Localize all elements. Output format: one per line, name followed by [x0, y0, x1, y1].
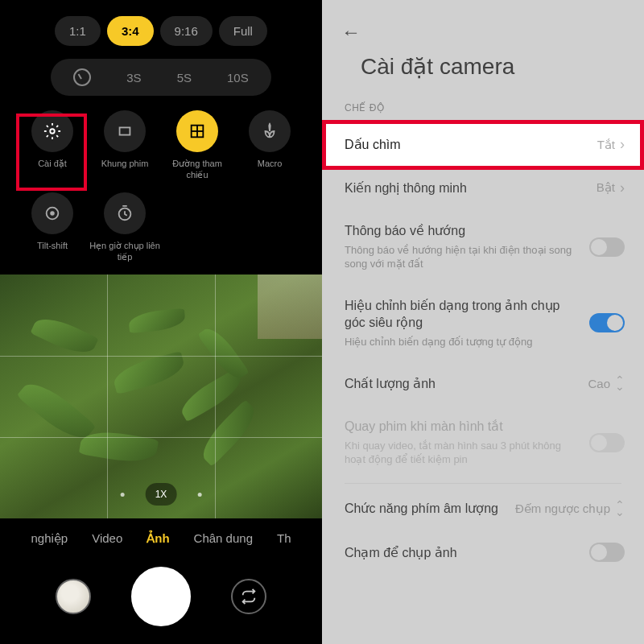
gallery-thumbnail[interactable]: [56, 579, 91, 614]
updown-icon: ⌃⌄: [615, 377, 625, 390]
shutter-button[interactable]: [131, 567, 191, 626]
camera-viewfinder[interactable]: 1X: [0, 275, 322, 518]
toggle-tap-shoot[interactable]: [589, 543, 625, 562]
toggle-screen-off: [589, 433, 625, 452]
option-macro[interactable]: Macro: [233, 110, 306, 181]
zoom-controls[interactable]: 1X: [121, 483, 202, 506]
ratio-1-1[interactable]: 1:1: [55, 16, 101, 46]
ratio-full[interactable]: Full: [219, 16, 267, 46]
settings-title: Cài đặt camera: [322, 48, 644, 99]
mode-more[interactable]: Th: [277, 531, 291, 546]
camera-options-grid: Cài đặt Khung phim Đường tham chiếu Macr…: [0, 110, 322, 275]
mode-portrait[interactable]: Chân dung: [194, 531, 253, 546]
setting-smart-suggestion[interactable]: Kiến nghị thông minh Bật›: [322, 167, 644, 210]
toggle-ultrawide[interactable]: [589, 313, 625, 332]
chevron-right-icon: ›: [620, 136, 625, 153]
updown-icon: ⌃⌄: [615, 502, 625, 515]
option-settings[interactable]: Cài đặt: [16, 110, 89, 181]
option-interval[interactable]: Hẹn giờ chụp liên tiếp: [89, 192, 161, 263]
ratio-3-4[interactable]: 3:4: [107, 16, 154, 46]
chevron-right-icon: ›: [620, 180, 625, 196]
svg-rect-1: [120, 127, 130, 134]
camera-mode-row[interactable]: nghiệp Video Ảnh Chân dung Th: [0, 518, 322, 557]
macro-icon: [261, 122, 279, 140]
ratio-9-16[interactable]: 9:16: [160, 16, 213, 46]
shutter-row: [0, 557, 322, 644]
interval-timer-icon: [116, 204, 134, 222]
option-tiltshift[interactable]: Tilt-shift: [16, 192, 89, 263]
option-frame[interactable]: Khung phim: [89, 110, 161, 181]
grid-icon: [188, 122, 206, 140]
setting-orientation-notice[interactable]: Thông báo về hướng Thông báo về hướng hi…: [322, 209, 644, 284]
setting-volume-key[interactable]: Chức năng phím âm lượng Đếm ngược chụp⌃⌄: [322, 487, 644, 530]
zoom-tele-dot[interactable]: [197, 493, 201, 497]
setting-record-screen-off: Quay phim khi màn hình tắt Khi quay vide…: [322, 405, 644, 480]
switch-camera-icon: [240, 588, 258, 605]
timer-row: 3S 5S 10S: [0, 54, 322, 110]
timer-5s[interactable]: 5S: [159, 64, 209, 91]
setting-watermark[interactable]: Dấu chìm Tắt›: [322, 123, 644, 167]
back-button[interactable]: ←: [341, 21, 361, 43]
frame-icon: [116, 122, 134, 140]
timer-3s[interactable]: 3S: [109, 64, 159, 91]
aspect-ratio-row: 1:1 3:4 9:16 Full: [0, 0, 322, 54]
mode-video[interactable]: Video: [92, 531, 122, 546]
mode-pro[interactable]: nghiệp: [31, 531, 68, 546]
setting-ultrawide-correction[interactable]: Hiệu chỉnh biến dạng trong ảnh chụp góc …: [322, 284, 644, 362]
mode-photo[interactable]: Ảnh: [147, 531, 169, 546]
target-icon: [43, 204, 61, 222]
switch-camera-button[interactable]: [231, 579, 266, 614]
toggle-orientation[interactable]: [589, 237, 625, 257]
gear-icon: [43, 122, 61, 140]
zoom-wide-dot[interactable]: [121, 493, 125, 497]
setting-image-quality[interactable]: Chất lượng ảnh Cao⌃⌄: [322, 362, 644, 406]
clock-icon: [73, 68, 91, 86]
setting-tap-to-shoot[interactable]: Chạm để chụp ảnh: [322, 530, 644, 575]
timer-off[interactable]: [56, 62, 109, 93]
option-gridlines[interactable]: Đường tham chiếu: [161, 110, 233, 181]
timer-10s[interactable]: 10S: [209, 64, 266, 91]
zoom-current[interactable]: 1X: [146, 483, 177, 506]
settings-panel: ← Cài đặt camera CHẾ ĐỘ Dấu chìm Tắt› Ki…: [322, 0, 644, 644]
camera-panel: 1:1 3:4 9:16 Full 3S 5S 10S Cài đặt: [0, 0, 322, 644]
divider: [345, 483, 621, 484]
svg-point-0: [50, 129, 55, 134]
section-mode-label: CHẾ ĐỘ: [322, 99, 644, 123]
svg-point-6: [51, 212, 54, 215]
